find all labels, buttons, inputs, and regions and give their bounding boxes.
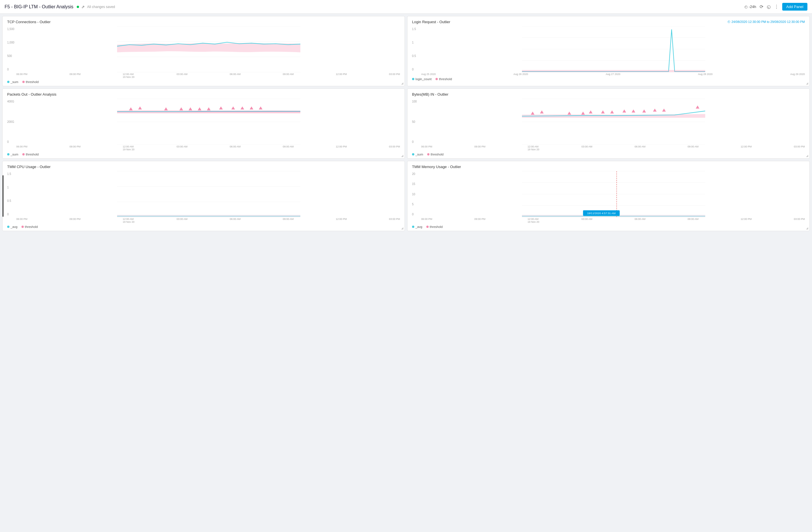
outlier-3 [164,107,168,111]
resize-handle-cpu[interactable]: ◢ [401,227,403,230]
outlier-b4 [581,112,585,115]
threshold-legend-dot [22,81,25,83]
chart-svg-cpu [17,171,400,217]
chart-inner-login [422,26,805,72]
chart-area-packets: 400G 200G 0 [7,99,400,145]
y-axis-memory: 20 15 10 5 0 [412,171,421,217]
sum-dot-packets [7,153,10,156]
chart-area-tcp: 1,500 1,000 500 0 [7,26,400,72]
sum-dot-bytes [412,153,414,156]
y-axis-login: 1.5 1 0.5 0 [412,26,421,72]
header: F5 - BIG-IP LTM - Outlier Analysis ⇗ All… [0,0,812,14]
chart-legend-login: login_count threshold [412,77,805,81]
x-axis-cpu: 06:00 PM 09:00 PM 12:00 AM19 Nov 20 03:0… [7,218,400,223]
threshold-dot-login [435,78,438,80]
outlier-b1 [531,112,535,115]
resize-handle[interactable]: ◢ [401,82,403,85]
panel-tmm-cpu: TMM CPU Usage - Outlier 1.5 1 0.5 0 [2,161,405,231]
sum-line-packets [117,111,300,112]
more-options-button[interactable]: ⋮ [774,4,779,10]
chart-legend-packets: _sum threshold [7,153,400,156]
outlier-b10 [642,110,646,113]
panel-title-cpu: TMM CPU Usage - Outlier [7,164,51,169]
threshold-dot-memory [426,226,429,228]
chart-svg-memory: 19/11/2020 4:57:31 AM [422,171,805,217]
threshold-band [117,43,300,53]
outlier-b3 [567,112,571,115]
add-panel-button[interactable]: Add Panel [782,3,808,11]
page-title: F5 - BIG-IP LTM - Outlier Analysis [4,4,73,10]
chart-legend-cpu: _avg threshold [7,225,400,229]
panel-header-memory: TMM Memory Usage - Outlier [412,164,805,170]
x-axis-packets: 06:00 PM 09:00 PM 12:00 AM19 Nov 20 03:0… [7,145,400,151]
chart-inner-cpu [17,171,400,217]
panel-title-packets: Packets Out - Outlier Analysis [7,92,56,97]
time-range-display[interactable]: ◴ -24h [744,4,756,9]
outlier-12 [259,106,263,110]
threshold-dot-bytes [427,153,430,156]
outlier-b6 [601,111,605,114]
chart-legend-bytes: _sum threshold [412,153,805,156]
resize-handle-packets[interactable]: ◢ [401,154,403,157]
legend-threshold-login: threshold [435,77,452,81]
legend-avg-memory: _avg [412,225,422,229]
panel-login-request: Login Request - Outlier ◴ 24/08/2020 12:… [407,16,810,86]
panel-bytes-in: Bytes(MB) IN - Outlier 100 50 0 [407,88,810,159]
outlier-b13 [696,105,699,109]
panel-packets-out: Packets Out - Outlier Analysis 400G 200G… [2,88,405,159]
login-count-line [522,29,705,72]
refresh-button[interactable]: ⟳ [759,4,763,10]
resize-handle-memory[interactable]: ◢ [806,227,808,230]
panel-tcp-connections: TCP Connections - Outlier 1,500 1,000 50… [2,16,405,86]
avg-dot-cpu [7,226,10,228]
legend-sum-bytes: _sum [412,153,423,156]
status-dot [77,6,79,8]
x-axis-memory: 06:00 PM 09:00 PM 12:00 AM19 Nov 20 03:0… [412,218,805,223]
panel-tmm-memory: TMM Memory Usage - Outlier 20 15 10 5 0 [407,161,810,231]
x-axis-bytes: 06:00 PM 09:00 PM 12:00 AM19 Nov 20 03:0… [412,145,805,151]
resize-handle-login[interactable]: ◢ [806,82,808,85]
legend-threshold-cpu: threshold [21,225,38,229]
outlier-b9 [632,110,635,113]
chart-svg-packets [17,99,400,145]
share-icon[interactable]: ⇗ [81,4,85,9]
x-axis-login: Aug 25 2020 Aug 26 2020 Aug 27 2020 Aug … [412,73,805,76]
chart-svg-tcp [17,26,400,72]
chart-svg-login [422,26,805,72]
y-axis-packets: 400G 200G 0 [7,99,16,145]
panel-time-range-login: ◴ 24/08/2020 12:30:00 PM to 29/08/2020 1… [727,20,805,24]
login-count-dot [412,78,414,80]
x-axis-tcp: 06:00 PM 09:00 PM 12:00 AM19 Nov 20 03:0… [7,73,400,78]
legend-threshold: threshold [22,80,39,84]
outlier-9 [231,106,235,110]
panel-title-login: Login Request - Outlier [412,20,450,24]
legend-sum: _sum [7,80,18,84]
chart-area-login: 1.5 1 0.5 0 [412,26,805,72]
outlier-b8 [622,110,626,113]
chart-legend-tcp: _sum threshold [7,80,400,84]
chart-legend-memory: _avg threshold [412,225,805,229]
threshold-band-login [522,70,705,72]
chart-inner-bytes [422,99,805,145]
panel-header: TCP Connections - Outlier [7,20,400,25]
legend-threshold-memory: threshold [426,225,443,229]
avg-dot-memory [412,226,414,228]
resize-handle-bytes[interactable]: ◢ [806,154,808,157]
chart-area-bytes: 100 50 0 [412,99,805,145]
chart-area-memory: 20 15 10 5 0 [412,171,805,217]
panel-header-packets: Packets Out - Outlier Analysis [7,92,400,98]
outlier-8 [219,106,223,110]
chart-svg-bytes [422,99,805,145]
panel-header-login: Login Request - Outlier ◴ 24/08/2020 12:… [412,20,805,25]
legend-threshold-packets: threshold [22,153,39,156]
dashboard: TCP Connections - Outlier 1,500 1,000 50… [0,14,812,233]
sum-legend-dot [7,81,10,83]
outlier-7 [207,107,211,111]
outlier-4 [179,107,183,111]
filter-button[interactable]: ◵ [767,4,771,10]
clock-icon: ◴ [744,4,748,9]
outlier-2 [138,106,142,110]
legend-threshold-bytes: threshold [427,153,444,156]
time-range-text: 24/08/2020 12:30:00 PM to 29/08/2020 12:… [731,20,805,24]
clock-icon-login: ◴ [727,20,730,24]
